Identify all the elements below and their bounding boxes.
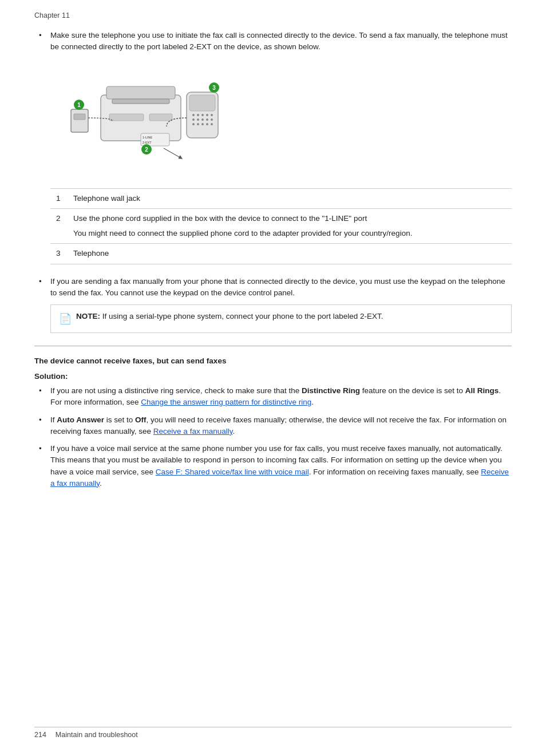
svg-point-23 <box>197 123 199 125</box>
row-desc-1: Telephone wall jack <box>68 188 512 208</box>
row-desc-2-main: Use the phone cord supplied in the box w… <box>73 213 506 224</box>
s2-bold-2: Off <box>135 415 147 424</box>
svg-rect-1 <box>106 86 175 99</box>
svg-rect-3 <box>109 114 144 121</box>
svg-rect-8 <box>71 109 88 132</box>
s3-link-1[interactable]: Case F: Shared voice/fax line with voice… <box>156 468 309 476</box>
footer: 214 Maintain and troubleshoot <box>34 727 512 739</box>
solution-bullet-1: If you are not using a distinctive ring … <box>34 385 512 409</box>
row-desc-2-extra: You might need to connect the supplied p… <box>73 228 506 239</box>
footer-text: Maintain and troubleshoot <box>56 731 138 739</box>
solution-label: Solution: <box>34 372 512 381</box>
solution-bullet-3: If you have a voice mail service at the … <box>34 443 512 489</box>
diagram-svg: 1-LINE 2-EXT <box>66 64 227 178</box>
svg-point-22 <box>192 123 195 125</box>
svg-text:1-LINE: 1-LINE <box>143 136 152 139</box>
s1-bold-1: Distinctive Ring <box>302 386 360 395</box>
svg-point-24 <box>201 123 204 125</box>
s1-link[interactable]: Change the answer ring pattern for disti… <box>141 398 311 406</box>
note-icon: 📄 <box>59 311 72 327</box>
parts-table: 1 Telephone wall jack 2 Use the phone co… <box>50 188 512 264</box>
svg-point-19 <box>201 118 204 121</box>
s1-bold-2: All Rings <box>465 386 499 395</box>
section-title: The device cannot receive faxes, but can… <box>34 357 512 365</box>
row-num-1: 1 <box>50 188 68 208</box>
svg-point-25 <box>206 123 208 125</box>
s1-text: If you are not using a distinctive ring … <box>50 386 501 406</box>
svg-text:2: 2 <box>145 147 148 153</box>
table-row: 3 Telephone <box>50 244 512 264</box>
svg-text:1: 1 <box>77 102 81 108</box>
bullet-text-2: If you are sending a fax manually from y… <box>50 277 505 297</box>
bullet-text-1: Make sure the telephone you use to initi… <box>50 31 508 51</box>
section-divider <box>34 346 512 346</box>
svg-point-14 <box>201 114 204 116</box>
svg-point-17 <box>192 118 195 121</box>
svg-point-12 <box>192 114 195 116</box>
s2-text: If Auto Answer is set to Off, you will n… <box>50 415 507 436</box>
note-box: 📄 NOTE: If using a serial-type phone sys… <box>50 304 512 333</box>
svg-point-18 <box>197 118 199 121</box>
row-desc-2: Use the phone cord supplied in the box w… <box>68 208 512 244</box>
top-bullet-list: Make sure the telephone you use to initi… <box>34 30 512 333</box>
svg-point-26 <box>211 123 213 125</box>
svg-text:3: 3 <box>212 85 216 91</box>
svg-point-21 <box>211 118 213 121</box>
svg-point-16 <box>211 114 213 116</box>
row-desc-3: Telephone <box>68 244 512 264</box>
device-diagram: 1-LINE 2-EXT <box>66 64 227 178</box>
s2-link[interactable]: Receive a fax manually <box>153 427 233 436</box>
svg-point-13 <box>197 114 199 116</box>
note-body: If using a serial-type phone system, con… <box>100 312 383 320</box>
svg-rect-9 <box>74 114 85 120</box>
svg-rect-11 <box>189 95 215 111</box>
note-label: NOTE: <box>76 312 100 320</box>
svg-rect-2 <box>112 99 169 104</box>
row-num-3: 3 <box>50 244 68 264</box>
note-text: NOTE: If using a serial-type phone syste… <box>76 311 383 322</box>
row-num-2: 2 <box>50 208 68 244</box>
bullet-item-2: If you are sending a fax manually from y… <box>34 276 512 334</box>
footer-page: 214 <box>34 731 46 739</box>
table-row: 2 Use the phone cord supplied in the box… <box>50 208 512 244</box>
bullet-item-1: Make sure the telephone you use to initi… <box>34 30 512 264</box>
svg-text:2-EXT: 2-EXT <box>143 141 152 144</box>
s3-text: If you have a voice mail service at the … <box>50 444 509 488</box>
svg-rect-4 <box>149 114 172 121</box>
solution-bullet-2: If Auto Answer is set to Off, you will n… <box>34 414 512 438</box>
svg-point-15 <box>206 114 208 116</box>
svg-point-20 <box>206 118 208 121</box>
s2-bold-1: Auto Answer <box>57 415 104 424</box>
solution-bullet-list: If you are not using a distinctive ring … <box>34 385 512 489</box>
chapter-header: Chapter 11 <box>34 11 512 19</box>
table-row: 1 Telephone wall jack <box>50 188 512 208</box>
